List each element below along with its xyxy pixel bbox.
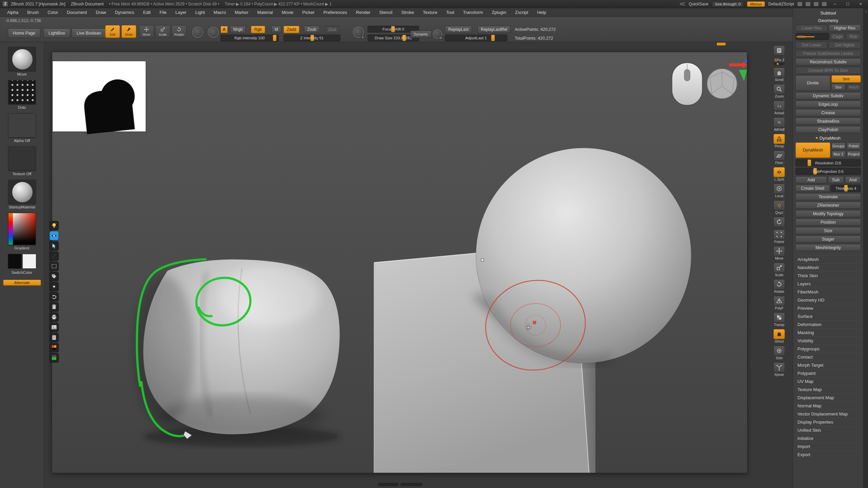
tessimate-button[interactable]: Tessimate [795,193,861,200]
resolution-216-slider[interactable]: Resolution 216 [795,159,861,166]
color-swatch-warm-icon[interactable] [50,343,59,352]
menu-color[interactable]: Color [43,8,62,17]
close-button[interactable]: × [856,1,865,6]
trash-icon[interactable] [50,302,59,311]
palette-geometry-hd[interactable]: Geometry HD [795,296,861,304]
saturation-square[interactable] [13,213,36,245]
tray-item-startupmaterial[interactable]: StartupMaterial [8,180,36,209]
tray-item-move[interactable]: Move [8,47,36,76]
see-through-button[interactable]: See-through: 0 [712,1,744,7]
shelf-solo[interactable]: Solo [773,346,785,360]
palette-unified-skin[interactable]: Unified Skin [795,426,861,434]
lightbox-button[interactable]: LightBox [43,28,70,38]
clipboard-tool-icon[interactable] [50,333,59,342]
shelf-zoom[interactable]: Zoom [773,84,785,98]
quicksave-button[interactable]: QuickSave [689,2,708,6]
tray-item-alpha-off[interactable]: Alpha Off [8,113,36,143]
menu-stencil[interactable]: Stencil [375,8,397,17]
palette-polygroups[interactable]: Polygroups [795,345,861,353]
shelf-move[interactable]: Move [773,246,785,260]
horizontal-scrollbar-right[interactable] [400,483,422,486]
del-higher-button[interactable]: Del Higher [829,41,861,48]
scale-button[interactable]: Scale [155,25,170,38]
sdiv-slider[interactable]: SDiv [795,33,829,40]
palette-surface[interactable]: Surface [795,312,861,320]
shelf-transp[interactable]: Transp [773,312,785,327]
add-button[interactable]: Add [795,176,827,183]
del-lower-button[interactable]: Del Lower [795,41,828,48]
replay-last-button[interactable]: ReplayLast [445,26,472,33]
sculpt-viewport[interactable] [52,52,747,473]
palette-texture-map[interactable]: Texture Map [795,385,861,393]
visibility-eye-icon[interactable] [50,231,59,240]
focal-shift-dial[interactable]: S [353,26,364,38]
horizontal-scrollbar-left[interactable] [378,483,398,486]
sphere-thumbnail[interactable] [8,180,36,204]
palette-uv-map[interactable]: UV Map [795,377,861,385]
create-shell-button[interactable]: Create Shell [795,185,830,192]
shelf-rotate[interactable]: Rotate [773,279,785,293]
rstr-button[interactable]: Rstr [846,33,861,40]
menu-edit[interactable]: Edit [139,8,155,17]
freeze-subdivision-levels-button[interactable]: Freeze SubDivision Levels [795,50,861,57]
spix-slider[interactable] [774,63,785,65]
m-button[interactable]: M [271,26,281,33]
blur-2-button[interactable]: Blur 2 [831,151,846,158]
palette-vector-displacement-map[interactable]: Vector Displacement Map [795,410,861,418]
marquee-tool-icon[interactable] [50,262,59,271]
document-preview-thumbnail[interactable] [53,61,146,134]
gradient-thumbnail[interactable] [8,213,36,245]
cage-button[interactable]: Cage [830,33,845,40]
palette-import[interactable]: Import [795,442,861,450]
dot-tool-icon[interactable] [50,282,59,291]
minimize-button[interactable]: – [830,1,840,6]
tray-item-switchcolor[interactable]: SwitchColor [8,254,36,274]
polish-button[interactable]: Polish [847,142,861,150]
lightbulb-icon[interactable] [50,221,59,230]
edgeloop-button[interactable]: EdgeLoop [795,101,861,108]
z-intensity-slider[interactable]: Z Intensity 51 [283,35,340,41]
shelf-actual[interactable]: 1:1Actual [773,101,785,115]
suv-button[interactable]: Suv [831,84,846,91]
menu-movie[interactable]: Movie [277,8,298,17]
shelf-l-sym[interactable]: L.Sym [773,167,785,181]
select-cursor-icon[interactable] [50,241,59,250]
menu-transform[interactable]: Transform [459,8,488,17]
menu-draw[interactable]: Draw [92,8,111,17]
shelf-scale[interactable]: Scale [773,263,785,277]
timeline-marker[interactable] [717,43,726,45]
adjust-last-slider[interactable]: AdjustLast 1 [445,35,507,41]
home-page-button[interactable]: Home Page [8,28,40,38]
palette-preview[interactable]: Preview [795,304,861,312]
palette-masking[interactable]: Masking [795,328,861,337]
draw-size-dial[interactable]: D [433,29,442,39]
mrgb-button[interactable]: Mrgb [230,26,246,33]
live-boolean-button[interactable]: Live Boolean [72,28,106,38]
geometry-palette-header[interactable]: Geometry [795,17,861,24]
palette-deformation[interactable]: Deformation [795,320,861,328]
dynamesh-section-header[interactable]: DynaMesh [795,135,861,141]
shelf-spix-3[interactable]: SPix 3 [774,58,785,65]
document-viewport[interactable] [52,52,747,473]
menu-tool[interactable]: Tool [442,8,459,17]
zcut-button[interactable]: Zcut [325,26,339,33]
modify-topology-button[interactable]: Modify Topology [795,210,861,217]
menu-material[interactable]: Material [253,8,277,17]
menu-render[interactable]: Render [352,8,375,17]
switch-thumbnail[interactable] [8,254,36,269]
palette-normal-map[interactable]: Normal Map [795,402,861,410]
reconstruct-subdiv-button[interactable]: Reconstruct Subdiv [795,58,861,65]
tag-tool-icon[interactable] [50,272,59,281]
undo-arrow-icon[interactable] [50,292,59,301]
texture-thumbnail[interactable] [8,146,36,171]
window-tool-icon-3[interactable] [814,2,818,6]
meshintegrity-button[interactable]: MeshIntegrity [795,244,861,251]
zadd-button[interactable]: Zadd [283,26,299,33]
menu-layer[interactable]: Layer [171,8,191,17]
sphere-thumbnail[interactable] [8,47,36,71]
menu-dynamics[interactable]: Dynamics [111,8,139,17]
palette-initialize[interactable]: Initialize [795,434,861,442]
alpha-thumbnail[interactable] [8,113,36,138]
shelf-aahalf[interactable]: ½AAHalf [773,117,785,131]
menu-macro[interactable]: Macro [209,8,230,17]
